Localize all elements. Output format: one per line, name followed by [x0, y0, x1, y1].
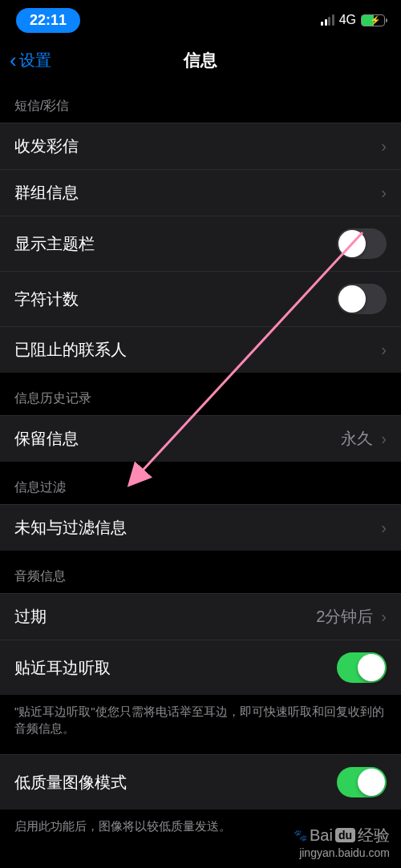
- row-label: 字符计数: [14, 289, 79, 310]
- page-title: 信息: [184, 49, 217, 71]
- toggle-subject[interactable]: [337, 228, 387, 259]
- chevron-right-icon: ›: [381, 608, 387, 626]
- back-button[interactable]: ‹ 设置: [10, 48, 51, 73]
- row-keep[interactable]: 保留信息 永久 ›: [0, 415, 401, 462]
- row-mms[interactable]: 收发彩信 ›: [0, 123, 401, 169]
- row-expire[interactable]: 过期 2分钟后 ›: [0, 593, 401, 640]
- row-group[interactable]: 群组信息 ›: [0, 169, 401, 216]
- chevron-right-icon: ›: [381, 519, 387, 537]
- row-low-quality: 低质量图像模式: [0, 754, 401, 809]
- chevron-left-icon: ‹: [10, 48, 17, 73]
- status-bar: 22:11 4G ⚡: [0, 0, 401, 40]
- row-label: 收发彩信: [14, 135, 79, 157]
- footer-raise-listen: "贴近耳边听取"使您只需将电话举至耳边，即可快速听取和回复收到的音频信息。: [0, 695, 401, 745]
- paw-icon: 🐾: [294, 828, 307, 842]
- row-value: 永久: [341, 428, 373, 450]
- signal-icon: [321, 14, 334, 26]
- chevron-right-icon: ›: [381, 430, 387, 448]
- toggle-raise-listen[interactable]: [337, 652, 387, 683]
- row-raise-listen: 贴近耳边听取: [0, 640, 401, 695]
- row-char-count: 字符计数: [0, 271, 401, 326]
- row-label: 保留信息: [14, 428, 79, 450]
- row-label: 已阻止的联系人: [14, 339, 127, 361]
- section-header-history: 信息历史记录: [0, 373, 401, 415]
- row-label: 贴近耳边听取: [14, 657, 111, 679]
- row-label: 过期: [14, 606, 47, 628]
- watermark-suffix: 经验: [358, 825, 390, 846]
- row-unknown-filter[interactable]: 未知与过滤信息 ›: [0, 504, 401, 551]
- row-value: 2分钟后: [316, 606, 373, 628]
- battery-icon: ⚡: [361, 14, 385, 26]
- back-label: 设置: [19, 50, 51, 71]
- section-header-filter: 信息过滤: [0, 462, 401, 504]
- row-label: 群组信息: [14, 182, 79, 204]
- chevron-right-icon: ›: [381, 137, 387, 155]
- row-label: 显示主题栏: [14, 233, 95, 255]
- status-right: 4G ⚡: [321, 13, 385, 27]
- network-label: 4G: [339, 13, 356, 27]
- row-blocked[interactable]: 已阻止的联系人 ›: [0, 326, 401, 373]
- status-time: 22:11: [16, 8, 80, 33]
- chevron-right-icon: ›: [381, 184, 387, 202]
- nav-bar: ‹ 设置 信息: [0, 40, 401, 80]
- row-label: 低质量图像模式: [14, 772, 127, 793]
- chevron-right-icon: ›: [381, 341, 387, 359]
- watermark-du: du: [335, 828, 355, 842]
- row-subject: 显示主题栏: [0, 216, 401, 271]
- toggle-low-quality[interactable]: [337, 767, 387, 797]
- watermark-brand: Bai: [310, 825, 333, 846]
- section-header-audio: 音频信息: [0, 551, 401, 593]
- toggle-char-count[interactable]: [337, 284, 387, 314]
- row-label: 未知与过滤信息: [14, 517, 127, 539]
- watermark-url: jingyan.baidu.com: [294, 846, 390, 860]
- section-header-sms: 短信/彩信: [0, 80, 401, 123]
- watermark: 🐾 Baidu经验 jingyan.baidu.com: [294, 825, 390, 860]
